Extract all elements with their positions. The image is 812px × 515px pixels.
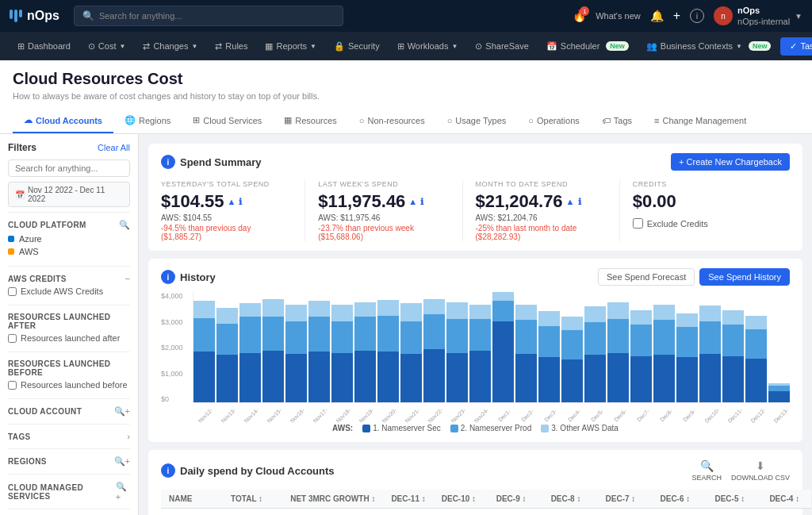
- bar-light-16: [561, 317, 583, 330]
- bar-light-19: [630, 310, 652, 325]
- search-bar[interactable]: 🔍 Search for anything...: [74, 6, 343, 26]
- col-dec9[interactable]: DEC-9 ↕: [488, 490, 543, 509]
- nav-actions: 🔥 1 What's new 🔔 + i n nOps nOps-interna…: [573, 5, 802, 28]
- bar-dark-6: [331, 353, 353, 402]
- nav-dashboard[interactable]: ⊞ Dashboard: [10, 37, 79, 56]
- nav-scheduler[interactable]: 📅 Scheduler New: [538, 37, 637, 56]
- bar-dark-1: [216, 355, 238, 402]
- col-dec4[interactable]: DEC-4 ↕: [761, 490, 811, 509]
- search-action[interactable]: 🔍 SEARCH: [691, 459, 722, 482]
- fire-icon-btn[interactable]: 🔥 1: [573, 10, 586, 22]
- legend-3: 3. Other AWS Data: [541, 424, 619, 432]
- sidebar-search-input[interactable]: [8, 159, 130, 177]
- download-csv-action[interactable]: ⬇ DOWNLOAD CSV: [731, 459, 790, 482]
- spend-yesterday-up-icon[interactable]: ▲: [228, 197, 236, 206]
- cloud-account-section[interactable]: CLOUD ACCOUNT 🔍+: [8, 404, 130, 419]
- exclude-credits-checkbox[interactable]: [633, 218, 643, 229]
- spend-lastweek-up-icon[interactable]: ▲: [408, 197, 417, 206]
- col-name[interactable]: NAME: [161, 490, 223, 509]
- col-dec11[interactable]: DEC-11 ↕: [383, 490, 433, 509]
- logo[interactable]: nOps: [10, 9, 59, 23]
- col-dec7[interactable]: DEC-7 ↕: [598, 490, 653, 509]
- daily-spend-title: i Daily spend by Cloud Accounts: [161, 463, 335, 478]
- date-range-picker[interactable]: 📅 Nov 12 2022 - Dec 11 2022: [8, 182, 130, 207]
- col-dec5[interactable]: DEC-5 ↕: [707, 490, 761, 509]
- tab-non-resources[interactable]: ○ Non-resources: [348, 109, 436, 133]
- cloud-accounts-tab-icon: ☁: [24, 115, 33, 125]
- spend-yesterday-info-icon[interactable]: ℹ: [239, 197, 242, 207]
- tab-resources[interactable]: ▦ Resources: [273, 109, 348, 133]
- history-icon: i: [161, 270, 175, 284]
- security-icon: 🔒: [334, 41, 345, 52]
- x-label-5: Nov17-: [311, 405, 330, 425]
- spend-mtd-info-icon[interactable]: ℹ: [578, 197, 581, 207]
- nav-sharesave[interactable]: ⊙ ShareSave: [467, 37, 536, 56]
- tags-expand-icon[interactable]: ›: [127, 432, 130, 441]
- cloud-platform-search-icon[interactable]: 🔍: [119, 220, 130, 230]
- bar-group-6: [331, 292, 353, 402]
- fire-badge: 1: [580, 6, 589, 16]
- exclude-aws-credits-input[interactable]: [8, 287, 17, 296]
- x-label-25: Dec13-: [772, 405, 791, 425]
- resources-before-section[interactable]: RESOURCES LAUNCHED BEFORE: [8, 357, 130, 379]
- bell-icon-btn[interactable]: 🔔: [650, 10, 664, 22]
- tab-cloud-services[interactable]: ⊞ Cloud Services: [182, 109, 273, 133]
- spend-mtd-up-icon[interactable]: ▲: [566, 197, 575, 206]
- resources-after-checkbox[interactable]: Resources launched after: [8, 332, 130, 344]
- user-info: nOps nOps-internal: [737, 5, 790, 28]
- bar-light-21: [676, 313, 698, 327]
- nav-cost[interactable]: ⊙ Cost ▼: [80, 37, 134, 56]
- tasks-button[interactable]: ✓ Tasks ▼: [780, 37, 812, 56]
- cloud-platform-section[interactable]: CLOUD PLATFORM 🔍: [8, 217, 130, 233]
- spend-lastweek-info-icon[interactable]: ℹ: [420, 197, 423, 207]
- tab-cloud-accounts[interactable]: ☁ Cloud Accounts: [13, 109, 113, 133]
- cms-add-icon[interactable]: 🔍+: [116, 482, 130, 502]
- regions-tab-icon: 🌐: [124, 115, 136, 125]
- clear-all-btn[interactable]: Clear All: [98, 143, 130, 152]
- tab-operations[interactable]: ○ Operations: [517, 109, 590, 133]
- resources-before-checkbox[interactable]: Resources launched before: [8, 379, 130, 390]
- nav-workloads[interactable]: ⊞ Workloads ▼: [389, 37, 466, 56]
- nav-rules[interactable]: ⇄ Rules: [207, 37, 255, 56]
- user-menu-btn[interactable]: n nOps nOps-internal ▼: [714, 5, 802, 28]
- page-title: Cloud Resources Cost: [13, 70, 799, 88]
- col-dec8[interactable]: DEC-8 ↕: [543, 490, 598, 509]
- tab-usage-types[interactable]: ○ Usage Types: [436, 109, 518, 133]
- regions-add-icon[interactable]: 🔍+: [114, 456, 130, 467]
- whats-new-btn[interactable]: What's new: [596, 11, 641, 21]
- nav-security[interactable]: 🔒 Security: [326, 37, 388, 56]
- help-btn[interactable]: i: [690, 9, 704, 23]
- cloud-account-add-icon[interactable]: 🔍+: [114, 406, 130, 417]
- col-dec6[interactable]: DEC-6 ↕: [653, 490, 707, 509]
- col-dec10[interactable]: DEC-10 ↕: [434, 490, 488, 509]
- tab-tags[interactable]: 🏷 Tags: [591, 109, 643, 133]
- resources-after-section[interactable]: RESOURCES LAUNCHED AFTER: [8, 310, 130, 332]
- create-chargeback-button[interactable]: + Create New Chargeback: [671, 153, 790, 171]
- nav-business-contexts[interactable]: 👥 Business Contexts ▼ New: [638, 37, 779, 56]
- col-total[interactable]: TOTAL ↕: [223, 490, 282, 509]
- x-label-18: Dec6-: [611, 405, 630, 425]
- bar-dark-5: [308, 352, 330, 402]
- col-net3mrc[interactable]: NET 3MRC GROWTH ↕: [282, 490, 383, 509]
- bar-dark-8: [377, 352, 399, 402]
- resources-after-input[interactable]: [8, 334, 17, 343]
- workloads-icon: ⊞: [397, 41, 404, 52]
- tab-regions[interactable]: 🌐 Regions: [113, 109, 182, 133]
- add-btn[interactable]: +: [673, 9, 680, 23]
- nav-reports[interactable]: ▦ Reports ▼: [257, 37, 324, 56]
- aws-credits-section[interactable]: AWS CREDITS −: [8, 271, 130, 286]
- spend-history-btn[interactable]: See Spend History: [699, 268, 790, 286]
- bar-dark-19: [630, 356, 652, 402]
- aws-credits-minus-icon[interactable]: −: [125, 274, 130, 283]
- tab-change-management[interactable]: ≡ Change Management: [643, 109, 757, 133]
- resources-before-input[interactable]: [8, 381, 17, 390]
- spend-forecast-btn[interactable]: See Spend Forecast: [598, 268, 695, 286]
- tags-section[interactable]: TAGS ›: [8, 429, 130, 444]
- regions-section[interactable]: REGIONS 🔍+: [8, 454, 130, 469]
- nav-changes[interactable]: ⇄ Changes ▼: [135, 37, 205, 56]
- bar-group-16: [561, 292, 583, 402]
- cloud-managed-services-section[interactable]: CLOUD MANAGED SERVICES 🔍+: [8, 479, 130, 504]
- history-card: i History See Spend Forecast See Spend H…: [148, 259, 802, 442]
- exclude-aws-credits-checkbox[interactable]: Exclude AWS Credits: [8, 286, 130, 297]
- table-row: Total Spend $63,038.70 $104.55 $1,885.27…: [161, 509, 811, 516]
